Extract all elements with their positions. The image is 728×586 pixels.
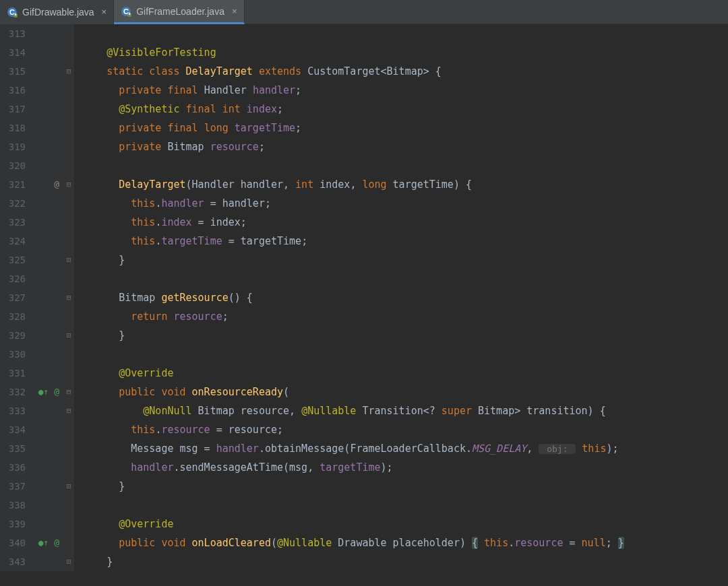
line-number: 333 [0,401,32,420]
code-content[interactable]: static class DelayTarget extends CustomT… [74,62,728,81]
code-content[interactable]: return resource; [74,307,728,326]
fold-marker [63,194,74,213]
fold-marker[interactable]: ⊡ [63,552,74,571]
fold-marker[interactable]: ⊡ [63,251,74,269]
line-number: 313 [0,24,32,43]
line-number: 319 [0,137,32,156]
code-content[interactable]: public void onLoadCleared(@Nullable Draw… [74,533,728,552]
code-line[interactable]: 326 [0,269,728,288]
fold-marker[interactable]: ⊡ [63,477,74,496]
code-content[interactable] [74,24,728,43]
code-content[interactable]: this.index = index; [74,213,728,232]
tab-gifframeloader-java[interactable]: CGifFrameLoader.java× [114,0,244,24]
code-content[interactable]: public void onResourceReady( [74,383,728,401]
gutter-marker [32,515,63,533]
code-content[interactable]: @VisibleForTesting [74,43,728,62]
code-content[interactable] [74,156,728,175]
tab-gifdrawable-java[interactable]: CGifDrawable.java× [0,0,114,24]
code-content[interactable] [74,269,728,288]
gutter-marker [32,24,63,43]
code-content[interactable]: this.resource = resource; [74,420,728,439]
fold-marker [63,119,74,137]
fold-marker [63,100,74,119]
gutter-marker [32,364,63,383]
code-line[interactable]: 330 [0,345,728,364]
code-line[interactable]: 323 this.index = index; [0,213,728,232]
code-line[interactable]: 336 handler.sendMessageAtTime(msg, targe… [0,458,728,477]
gutter-marker [32,62,63,81]
line-number: 324 [0,232,32,251]
code-line[interactable]: 334 this.resource = resource; [0,420,728,439]
close-icon[interactable]: × [102,3,107,22]
code-content[interactable] [74,496,728,515]
editor[interactable]: 313314 @VisibleForTesting315⊟ static cla… [0,24,728,586]
code-line[interactable]: 337⊡ } [0,477,728,496]
code-content[interactable]: Message msg = handler.obtainMessage(Fram… [74,439,728,458]
code-line[interactable]: 335 Message msg = handler.obtainMessage(… [0,439,728,458]
close-icon[interactable]: × [232,2,237,21]
code-line[interactable]: 314 @VisibleForTesting [0,43,728,62]
code-content[interactable]: @Override [74,515,728,533]
fold-marker[interactable]: ⊟ [63,288,74,307]
code-line[interactable]: 324 this.targetTime = targetTime; [0,232,728,251]
code-line[interactable]: 339 @Override [0,515,728,533]
code-line[interactable]: 333⊟ @NonNull Bitmap resource, @Nullable… [0,401,728,420]
gutter-marker [32,251,63,269]
code-line[interactable]: 321@⊟ DelayTarget(Handler handler, int i… [0,175,728,194]
code-content[interactable]: @Synthetic final int index; [74,100,728,119]
code-line[interactable]: 340●↑ @ public void onLoadCleared(@Nulla… [0,533,728,552]
gutter-marker[interactable]: ●↑ @ [32,383,63,401]
code-line[interactable]: 343⊡ } [0,552,728,571]
fold-marker[interactable]: ⊟ [63,401,74,420]
line-number: 321 [0,175,32,194]
gutter-marker[interactable]: @ [32,175,63,194]
code-content[interactable]: } [74,251,728,269]
code-content[interactable]: @NonNull Bitmap resource, @Nullable Tran… [74,401,728,420]
code-line[interactable]: 329⊡ } [0,326,728,345]
fold-marker[interactable]: ⊟ [63,383,74,401]
code-line[interactable]: 320 [0,156,728,175]
code-line[interactable]: 327⊟ Bitmap getResource() { [0,288,728,307]
fold-marker [63,439,74,458]
line-number: 318 [0,119,32,137]
code-content[interactable]: handler.sendMessageAtTime(msg, targetTim… [74,458,728,477]
java-class-icon: C [7,7,18,18]
code-line[interactable]: 322 this.handler = handler; [0,194,728,213]
fold-marker[interactable]: ⊟ [63,175,74,194]
code-line[interactable]: 317 @Synthetic final int index; [0,100,728,119]
code-content[interactable]: } [74,326,728,345]
code-line[interactable]: 316 private final Handler handler; [0,81,728,100]
code-content[interactable]: this.targetTime = targetTime; [74,232,728,251]
tab-label: GifFrameLoader.java [136,2,224,21]
code-line[interactable]: 325⊡ } [0,251,728,269]
line-number: 332 [0,383,32,401]
code-line[interactable]: 331 @Override [0,364,728,383]
gutter-marker [32,401,63,420]
code-line[interactable]: 313 [0,24,728,43]
code-line[interactable]: 318 private final long targetTime; [0,119,728,137]
code-content[interactable]: this.handler = handler; [74,194,728,213]
code-content[interactable] [74,345,728,364]
code-content[interactable]: private final Handler handler; [74,81,728,100]
gutter-marker [32,439,63,458]
code-line[interactable]: 328 return resource; [0,307,728,326]
code-content[interactable]: private Bitmap resource; [74,137,728,156]
fold-marker [63,43,74,62]
code-area[interactable]: 313314 @VisibleForTesting315⊟ static cla… [0,24,728,586]
code-content[interactable]: @Override [74,364,728,383]
line-number: 322 [0,194,32,213]
code-content[interactable]: } [74,552,728,571]
code-line[interactable]: 332●↑ @⊟ public void onResourceReady( [0,383,728,401]
fold-marker[interactable]: ⊡ [63,326,74,345]
fold-marker [63,213,74,232]
code-line[interactable]: 315⊟ static class DelayTarget extends Cu… [0,62,728,81]
gutter-marker [32,288,63,307]
fold-marker[interactable]: ⊟ [63,62,74,81]
code-content[interactable]: } [74,477,728,496]
code-content[interactable]: DelayTarget(Handler handler, int index, … [74,175,728,194]
code-content[interactable]: Bitmap getResource() { [74,288,728,307]
code-line[interactable]: 319 private Bitmap resource; [0,137,728,156]
code-content[interactable]: private final long targetTime; [74,119,728,137]
code-line[interactable]: 338 [0,496,728,515]
gutter-marker[interactable]: ●↑ @ [32,533,63,552]
